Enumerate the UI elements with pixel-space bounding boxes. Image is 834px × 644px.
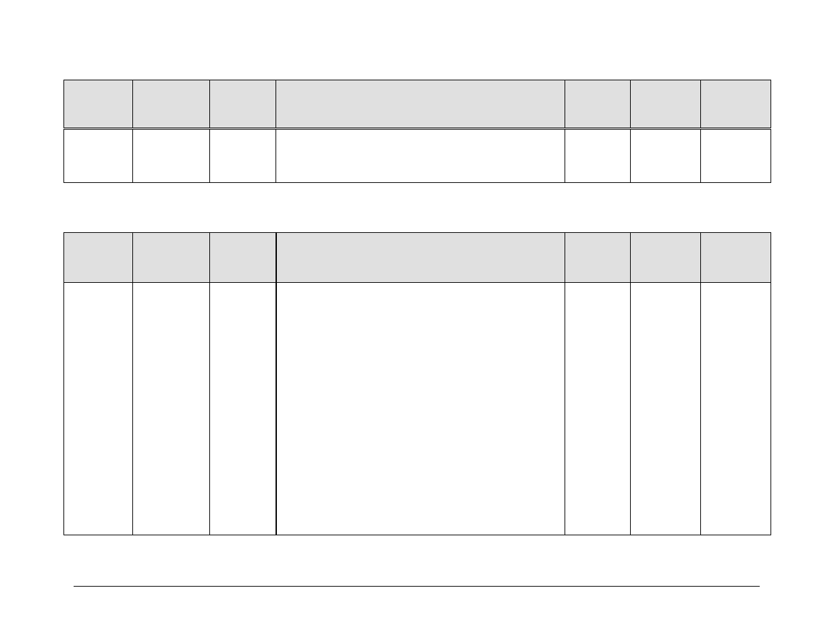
table-1-cell <box>64 129 133 183</box>
table-2-header-row <box>64 233 771 283</box>
table-1-header-cell <box>276 80 565 129</box>
table-1-cell <box>133 129 210 183</box>
table-2-cell <box>133 283 210 535</box>
table-1-cell <box>276 129 565 183</box>
table-1-cell <box>565 129 631 183</box>
table-1 <box>63 80 771 183</box>
table-2-cell <box>64 283 133 535</box>
page <box>0 0 834 644</box>
table-2-header-cell <box>565 233 631 283</box>
table-2-header-cell <box>210 233 276 283</box>
table-1-header-cell <box>64 80 133 129</box>
table-2-header-cell <box>64 233 133 283</box>
table-1-header-cell <box>701 80 771 129</box>
table-1-cell <box>701 129 771 183</box>
table-2-header-cell <box>701 233 771 283</box>
table-1-cell <box>631 129 701 183</box>
table-1-row <box>64 129 771 183</box>
table-1-header-cell <box>631 80 701 129</box>
table-1-cell <box>210 129 276 183</box>
table-1-header-cell <box>210 80 276 129</box>
table-2-header-cell <box>276 233 565 283</box>
table-1-header-row <box>64 80 771 129</box>
table-2-header-cell <box>133 233 210 283</box>
table-2 <box>63 232 771 535</box>
table-2-header-cell <box>631 233 701 283</box>
table-2-row <box>64 283 771 535</box>
horizontal-rule <box>74 586 760 587</box>
table-2-cell <box>631 283 701 535</box>
table-2-cell <box>565 283 631 535</box>
table-1-header-cell <box>565 80 631 129</box>
table-2-cell <box>276 283 565 535</box>
table-2-cell <box>210 283 276 535</box>
table-2-cell <box>701 283 771 535</box>
table-1-header-cell <box>133 80 210 129</box>
